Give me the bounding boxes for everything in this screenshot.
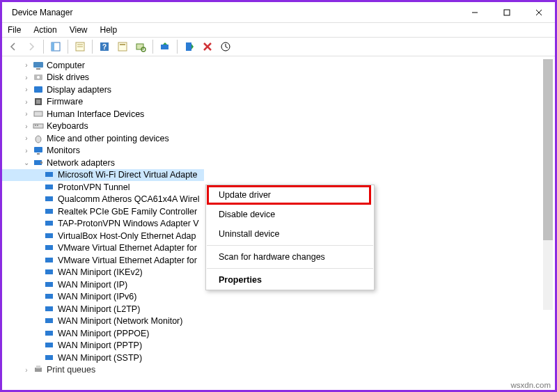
nic-icon <box>44 219 55 228</box>
nic-icon <box>44 329 55 338</box>
back-button[interactable] <box>5 39 22 54</box>
svg-rect-26 <box>34 86 42 93</box>
uninstall-button[interactable] <box>199 39 216 54</box>
ctx-update-driver[interactable]: Update driver <box>206 185 374 205</box>
nic-icon <box>44 182 55 192</box>
menu-file[interactable]: File <box>8 25 21 35</box>
nic-icon <box>44 304 55 314</box>
tree-item-display-adapters[interactable]: ›Display adapters <box>2 84 555 96</box>
minimize-button[interactable] <box>459 2 491 23</box>
nic-icon <box>44 243 55 253</box>
title-bar: Device Manager <box>2 2 555 23</box>
svg-rect-3 <box>504 10 510 15</box>
svg-rect-23 <box>36 68 40 70</box>
tree-item-monitors[interactable]: ›Monitors <box>2 145 555 157</box>
tree-item-hid[interactable]: ›Human Interface Devices <box>2 108 555 120</box>
svg-point-33 <box>36 136 41 143</box>
tree-item-computer[interactable]: ›Computer <box>2 59 555 72</box>
toolbar: ? <box>2 37 555 56</box>
close-button[interactable] <box>523 2 555 23</box>
menu-view[interactable]: View <box>70 25 88 35</box>
svg-rect-49 <box>45 306 53 311</box>
svg-text:?: ? <box>102 43 107 51</box>
svg-rect-44 <box>45 245 53 250</box>
tree-item-print-queues[interactable]: ›Print queues <box>2 364 100 377</box>
nic-icon <box>44 194 55 204</box>
scrollbar-thumb[interactable] <box>543 59 553 240</box>
nic-item[interactable]: WAN Miniport (PPPOE) <box>2 327 555 340</box>
ctx-separator <box>207 245 373 246</box>
forward-button[interactable] <box>23 39 40 54</box>
nic-item[interactable]: VMware Virtual Ethernet Adapter for <box>2 254 204 267</box>
nic-item[interactable]: WAN Miniport (SSTP) <box>2 352 555 364</box>
menu-action[interactable]: Action <box>33 25 56 35</box>
network-icon <box>33 158 44 168</box>
svg-rect-51 <box>45 331 53 336</box>
svg-rect-38 <box>45 172 53 177</box>
ctx-separator <box>207 268 373 269</box>
nic-icon <box>44 207 55 217</box>
ctx-properties[interactable]: Properties <box>206 270 374 290</box>
menu-help[interactable]: Help <box>100 25 118 35</box>
svg-rect-43 <box>45 233 53 238</box>
action-button[interactable] <box>114 39 131 54</box>
svg-rect-39 <box>45 185 53 189</box>
update-driver-button[interactable] <box>157 39 173 54</box>
context-menu: Update driver Disable device Uninstall d… <box>205 185 375 290</box>
monitor-icon <box>33 146 44 155</box>
menu-bar: File Action View Help <box>2 23 555 37</box>
nic-item[interactable]: VMware Virtual Ethernet Adapter for <box>2 242 204 255</box>
nic-item[interactable]: WAN Miniport (L2TP) <box>2 303 555 315</box>
window-controls <box>459 2 555 23</box>
computer-icon <box>33 61 44 70</box>
more-button[interactable] <box>217 39 234 54</box>
properties-button[interactable] <box>72 39 88 54</box>
nic-item[interactable]: WAN Miniport (IPv6) <box>2 291 555 304</box>
nic-item-selected[interactable]: Microsoft Wi-Fi Direct Virtual Adapte <box>2 169 204 182</box>
nic-icon <box>44 256 55 265</box>
tree-item-disk-drives[interactable]: ›Disk drives <box>2 72 555 84</box>
help-button[interactable]: ? <box>96 39 113 54</box>
svg-rect-14 <box>120 44 125 45</box>
hid-icon <box>33 109 44 119</box>
nic-item[interactable]: WAN Miniport (Network Monitor) <box>2 315 555 328</box>
svg-rect-50 <box>45 318 53 323</box>
tree-item-keyboards[interactable]: ›Keyboards <box>2 120 555 133</box>
svg-rect-13 <box>118 42 127 51</box>
svg-rect-46 <box>45 269 53 274</box>
svg-rect-15 <box>136 44 143 49</box>
ctx-scan-hardware[interactable]: Scan for hardware changes <box>206 247 374 267</box>
nic-icon <box>44 280 55 290</box>
svg-rect-17 <box>161 45 168 49</box>
tree-item-firmware[interactable]: ›Firmware <box>2 96 555 109</box>
firmware-icon <box>33 97 44 107</box>
tree-item-mice[interactable]: ›Mice and other pointing devices <box>2 132 555 145</box>
nic-icon <box>44 340 55 350</box>
svg-rect-47 <box>45 282 53 287</box>
disable-button[interactable] <box>181 39 198 54</box>
svg-rect-30 <box>33 124 43 128</box>
svg-rect-22 <box>33 62 43 68</box>
window-title: Device Manager <box>12 8 72 17</box>
nic-item[interactable]: TAP-ProtonVPN Windows Adapter V <box>2 218 204 230</box>
nic-item[interactable]: VirtualBox Host-Only Ethernet Adap <box>2 230 204 242</box>
svg-rect-35 <box>37 153 40 155</box>
svg-rect-29 <box>34 111 42 116</box>
nic-item[interactable]: WAN Miniport (PPTP) <box>2 340 555 352</box>
scan-button[interactable] <box>132 39 149 54</box>
svg-rect-41 <box>45 209 53 214</box>
ctx-disable-device[interactable]: Disable device <box>206 205 374 224</box>
disk-icon <box>33 72 44 82</box>
show-hide-tree-button[interactable] <box>47 39 64 54</box>
nic-icon <box>44 292 55 301</box>
svg-rect-52 <box>45 343 53 347</box>
tree-item-network-adapters[interactable]: ⌄Network adapters <box>2 157 555 169</box>
nic-icon <box>44 267 55 277</box>
ctx-uninstall-device[interactable]: Uninstall device <box>206 224 374 244</box>
svg-rect-37 <box>40 162 42 164</box>
maximize-button[interactable] <box>491 2 523 23</box>
svg-rect-48 <box>45 294 53 299</box>
keyboard-icon <box>33 121 44 131</box>
nic-item[interactable]: Qualcomm Atheros QCA61x4A Wirel <box>2 194 204 206</box>
svg-rect-7 <box>52 42 54 51</box>
